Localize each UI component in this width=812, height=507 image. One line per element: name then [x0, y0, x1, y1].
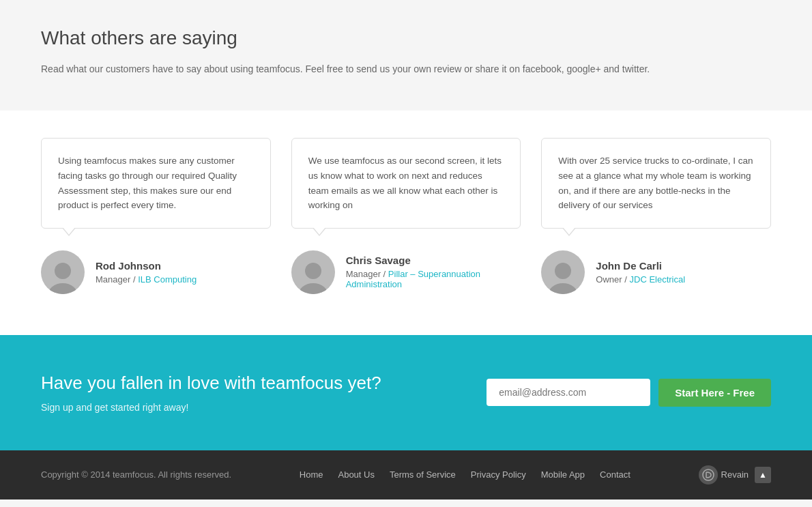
author-info-3: John De Carli Owner / JDC Electrical [596, 260, 685, 285]
svg-point-5 [548, 283, 578, 294]
author-role-3: Owner / JDC Electrical [596, 274, 685, 285]
testimonial-quote-2: We use teamfocus as our second screen, i… [308, 156, 502, 210]
testimonial-author-2: Chris Savage Manager / Pillar – Superann… [291, 244, 521, 294]
testimonial-card-1: Using teamfocus makes sure any customer … [41, 138, 271, 293]
svg-point-0 [55, 263, 71, 279]
author-name-2: Chris Savage [346, 255, 521, 266]
footer-nav-privacy[interactable]: Privacy Policy [471, 469, 526, 480]
author-name-3: John De Carli [596, 260, 685, 272]
avatar-2 [291, 250, 335, 294]
avatar-1 [41, 250, 85, 294]
svg-point-6 [703, 469, 714, 480]
hero-title: What others are saying [41, 27, 771, 49]
scroll-top-icon[interactable]: ▲ [755, 467, 771, 483]
testimonial-card-2: We use teamfocus as our second screen, i… [291, 138, 521, 293]
svg-point-1 [48, 283, 78, 294]
cta-title: Have you fallen in love with teamfocus y… [41, 373, 381, 394]
testimonial-author-1: Rod Johnson Manager / ILB Computing [41, 244, 271, 294]
footer-nav-mobile[interactable]: Mobile App [541, 469, 585, 480]
author-company-link-1[interactable]: ILB Computing [138, 274, 197, 285]
author-info-1: Rod Johnson Manager / ILB Computing [96, 260, 197, 285]
testimonial-card-3: With over 25 service trucks to co-ordina… [541, 138, 771, 293]
footer-nav-home[interactable]: Home [300, 469, 323, 480]
cta-subtitle: Sign up and get started right away! [41, 402, 381, 413]
footer: Copyright © 2014 teamfocus. All rights r… [0, 450, 812, 499]
author-role-1: Manager / ILB Computing [96, 274, 197, 285]
testimonial-bubble-1: Using teamfocus makes sure any customer … [41, 138, 271, 228]
cta-left: Have you fallen in love with teamfocus y… [41, 373, 381, 413]
testimonials-grid: Using teamfocus makes sure any customer … [41, 138, 771, 293]
hero-section: What others are saying Read what our cus… [0, 0, 812, 111]
author-role-2: Manager / Pillar – Superannuation Admini… [346, 269, 521, 289]
cta-email-input[interactable] [487, 379, 650, 406]
testimonial-quote-3: With over 25 service trucks to co-ordina… [558, 156, 753, 210]
cta-right: Start Here - Free [487, 379, 771, 407]
testimonial-bubble-3: With over 25 service trucks to co-ordina… [541, 138, 771, 228]
revain-text: Revain [721, 469, 749, 480]
footer-nav-contact[interactable]: Contact [600, 469, 630, 480]
cta-start-button[interactable]: Start Here - Free [658, 379, 771, 407]
svg-point-2 [305, 263, 321, 279]
author-company-link-3[interactable]: JDC Electrical [630, 274, 686, 285]
testimonial-author-3: John De Carli Owner / JDC Electrical [541, 244, 771, 294]
footer-nav-about[interactable]: About Us [338, 469, 374, 480]
footer-nav-tos[interactable]: Terms of Service [390, 469, 456, 480]
footer-copyright: Copyright © 2014 teamfocus. All rights r… [41, 469, 231, 480]
footer-nav: Home About Us Terms of Service Privacy P… [300, 469, 630, 480]
avatar-3 [541, 250, 585, 294]
revain-logo-icon [699, 465, 718, 484]
hero-description: Read what our customers have to say abou… [41, 61, 655, 76]
revain-logo: Revain ▲ [699, 465, 771, 484]
author-info-2: Chris Savage Manager / Pillar – Superann… [346, 255, 521, 289]
testimonial-bubble-2: We use teamfocus as our second screen, i… [291, 138, 521, 228]
svg-point-3 [298, 283, 328, 294]
testimonials-section: Using teamfocus makes sure any customer … [0, 111, 812, 334]
svg-point-4 [555, 263, 571, 279]
cta-section: Have you fallen in love with teamfocus y… [0, 335, 812, 450]
testimonial-quote-1: Using teamfocus makes sure any customer … [58, 156, 237, 210]
author-name-1: Rod Johnson [96, 260, 197, 272]
